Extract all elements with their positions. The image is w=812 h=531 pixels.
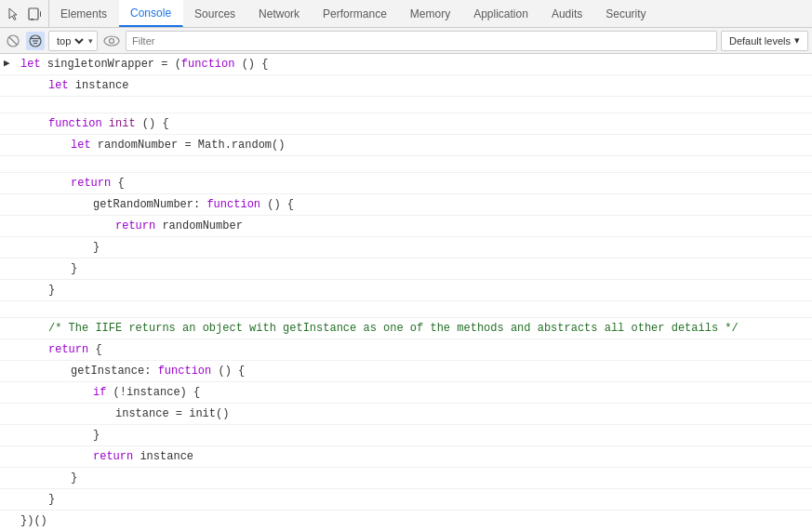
code-content: } [20, 425, 808, 445]
tab-memory[interactable]: Memory [399, 0, 462, 27]
console-line: let randomNumber = Math.random() [0, 135, 812, 156]
code-content: let singletonWrapper = (function () { [20, 54, 808, 74]
code-content: let instance [20, 75, 808, 96]
code-content: return { [20, 339, 808, 360]
eye-icon-button[interactable] [101, 31, 122, 51]
console-line: } [0, 489, 812, 511]
devtools-tab-bar: Elements Console Sources Network Perform… [0, 0, 812, 28]
filter-toggle-button[interactable] [26, 32, 45, 50]
code-content: return { [20, 173, 808, 193]
tab-console[interactable]: Console [119, 0, 183, 27]
tab-list: Elements Console Sources Network Perform… [49, 0, 659, 27]
tab-audits[interactable]: Audits [540, 0, 594, 27]
console-line: /* The IIFE returns an object with getIn… [0, 318, 812, 339]
code-content: return instance [20, 446, 808, 467]
console-line-blank [0, 156, 812, 173]
console-line: } [0, 259, 812, 280]
console-line: } [0, 237, 812, 259]
console-toolbar: top ▾ Default levels ▾ [0, 28, 812, 54]
svg-rect-0 [29, 8, 38, 20]
code-content: return randomNumber [20, 216, 808, 236]
code-content: getRandomNumber: function () { [20, 194, 808, 215]
toolbar-icons-group [0, 0, 49, 27]
tab-sources[interactable]: Sources [183, 0, 247, 27]
console-line: let instance [0, 75, 812, 97]
code-content: instance = init() [20, 404, 808, 424]
svg-line-4 [9, 37, 17, 45]
context-select-input[interactable]: top [53, 34, 87, 47]
code-content: } [20, 237, 808, 258]
context-selector[interactable]: top ▾ [48, 31, 98, 51]
code-content: } [20, 280, 808, 300]
code-content: /* The IIFE returns an object with getIn… [20, 318, 808, 339]
tab-security[interactable]: Security [594, 0, 658, 27]
console-line: })() [0, 511, 812, 531]
console-line: } [0, 468, 812, 489]
tab-elements[interactable]: Elements [49, 0, 119, 27]
context-chevron-icon: ▾ [88, 36, 93, 46]
console-line: ▶ let singletonWrapper = (function () { [0, 54, 812, 75]
tab-performance[interactable]: Performance [312, 0, 399, 27]
console-line: return instance [0, 446, 812, 468]
console-line: } [0, 280, 812, 301]
svg-point-9 [104, 36, 119, 46]
code-content: function init () { [20, 113, 808, 134]
code-content: } [20, 489, 808, 510]
console-line: if (!instance) { [0, 382, 812, 404]
filter-input[interactable] [126, 31, 717, 51]
clear-console-button[interactable] [4, 32, 22, 50]
code-content: })() [20, 511, 808, 531]
console-line: getRandomNumber: function () { [0, 194, 812, 216]
console-line: instance = init() [0, 404, 812, 425]
console-line: function init () { [0, 113, 812, 135]
console-line-blank [0, 301, 812, 318]
default-levels-chevron-icon: ▾ [794, 34, 800, 46]
code-content: let randomNumber = Math.random() [20, 135, 808, 155]
code-content: getInstance: function () { [20, 361, 808, 381]
console-line: return { [0, 173, 812, 194]
code-content: if (!instance) { [20, 382, 808, 403]
continuation-prefix [4, 75, 20, 77]
input-arrow-icon: ▶ [4, 54, 20, 72]
console-line: return randomNumber [0, 216, 812, 237]
svg-rect-1 [31, 19, 33, 20]
tab-network[interactable]: Network [247, 0, 312, 27]
console-line: getInstance: function () { [0, 361, 812, 382]
cursor-icon[interactable] [6, 6, 22, 22]
svg-rect-2 [40, 11, 41, 17]
console-line: } [0, 425, 812, 446]
default-levels-dropdown[interactable]: Default levels ▾ [721, 31, 808, 51]
console-line: return { [0, 339, 812, 361]
device-icon[interactable] [26, 6, 43, 22]
console-output: ▶ let singletonWrapper = (function () { … [0, 54, 812, 531]
code-content: } [20, 259, 808, 279]
console-line-blank [0, 97, 812, 113]
svg-point-10 [110, 38, 114, 43]
tab-application[interactable]: Application [462, 0, 540, 27]
code-content: } [20, 468, 808, 488]
